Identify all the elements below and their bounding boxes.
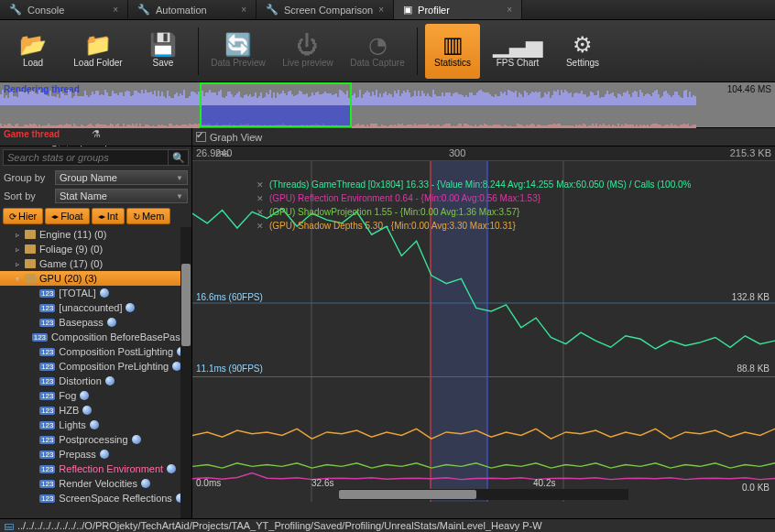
tree-item-label: Engine (11) (0) xyxy=(39,229,106,240)
tree-item-label: Reflection Environment xyxy=(59,463,163,474)
pin-icon[interactable] xyxy=(100,450,109,459)
tree-item[interactable]: ▾GPU (20) (3) xyxy=(0,271,191,286)
pin-icon[interactable] xyxy=(167,464,176,473)
pin-icon[interactable] xyxy=(132,435,141,444)
stats-browser: 🔍 Group by Group Name▼ Sort by Stat Name… xyxy=(0,147,192,518)
bars-icon: ▥ xyxy=(442,34,464,56)
tree-item[interactable]: 123Basepass xyxy=(0,315,191,330)
stats-tree[interactable]: ▹Engine (11) (0)▹Foliage (9) (0)▹Game (1… xyxy=(0,227,191,518)
disclosure-icon[interactable]: ▾ xyxy=(13,275,21,283)
remove-series-icon[interactable]: ✕ xyxy=(257,194,264,203)
live-preview-button[interactable]: ⏻Live preview xyxy=(276,24,340,79)
data-capture-button[interactable]: ◔Data Capture xyxy=(345,24,409,79)
graph-ruler: 26.9ms 240 300 215.3 KB xyxy=(192,147,775,161)
tree-item[interactable]: 123Reflection Environment xyxy=(0,461,191,476)
legend-row[interactable]: ✕(GPU) Reflection Environment 0.64 - {Mi… xyxy=(257,193,691,203)
tree-item[interactable]: 123Postprocessing xyxy=(0,432,191,447)
tab-profiler[interactable]: ▣Profiler× xyxy=(394,0,522,19)
tree-item[interactable]: 123Prepass xyxy=(0,447,191,461)
tree-item[interactable]: 123ScreenSpace Reflections xyxy=(0,491,191,505)
mem-button[interactable]: ↻Mem xyxy=(126,208,170,224)
tree-item[interactable]: 123[TOTAL] xyxy=(0,286,191,300)
pin-icon[interactable] xyxy=(80,391,89,400)
data-preview-button[interactable]: 🔄Data Preview xyxy=(206,24,270,79)
close-icon[interactable]: × xyxy=(113,5,118,15)
tree-item[interactable]: 123Composition PostLighting xyxy=(0,344,191,359)
close-icon[interactable]: × xyxy=(507,5,512,15)
tree-item[interactable]: ▹Game (17) (0) xyxy=(0,256,191,271)
timeline-selection[interactable] xyxy=(200,82,352,127)
tree-item-label: Prepass xyxy=(59,449,95,460)
save-button[interactable]: 💾Save xyxy=(136,24,191,79)
tree-item[interactable]: 123Render Velocities xyxy=(0,476,191,491)
tab-screen-comparison[interactable]: 🔧Screen Comparison× xyxy=(257,0,394,19)
hier-button[interactable]: ⟳Hier xyxy=(3,208,43,224)
graph-h-scrollbar[interactable] xyxy=(339,489,628,500)
pin-icon[interactable] xyxy=(82,406,92,415)
tree-item-label: Postprocessing xyxy=(59,434,127,445)
timeline-overview[interactable]: Rendering thread 104.46 MS Game thread 0… xyxy=(0,82,775,128)
wrench-icon: 🔧 xyxy=(266,4,278,16)
legend-row[interactable]: ✕(Threads) GameThread [0x1804] 16.33 - {… xyxy=(257,179,691,190)
folder-icon xyxy=(25,274,36,283)
legend-row[interactable]: ✕(GPU) ShadowProjection 1.55 - {Min:0.00… xyxy=(257,207,691,217)
tab-automation[interactable]: 🔧Automation× xyxy=(128,0,257,19)
stat-tag-icon: 123 xyxy=(39,392,55,400)
tree-scrollbar[interactable] xyxy=(180,227,191,518)
tree-item[interactable]: 123Composition BeforeBasePass xyxy=(0,330,191,344)
tree-item[interactable]: 123Composition PreLighting xyxy=(0,359,191,374)
disclosure-icon[interactable]: ▹ xyxy=(13,245,21,254)
wrench-icon: 🔧 xyxy=(137,4,150,16)
pin-icon[interactable] xyxy=(126,303,135,312)
remove-series-icon[interactable]: ✕ xyxy=(257,180,264,190)
search-icon[interactable]: 🔍 xyxy=(169,149,189,166)
stat-tag-icon: 123 xyxy=(39,304,55,312)
tree-item[interactable]: ▹Engine (11) (0) xyxy=(0,227,191,242)
tree-item-label: Render Velocities xyxy=(59,478,137,489)
settings-button[interactable]: ⚙Settings xyxy=(555,24,610,79)
stat-tag-icon: 123 xyxy=(39,377,55,385)
tree-item[interactable]: 123Lights xyxy=(0,418,191,432)
tree-item-label: Composition PostLighting xyxy=(59,346,173,357)
fps90-label: 11.1ms (90FPS) xyxy=(196,364,263,374)
statistics-button[interactable]: ▥Statistics xyxy=(425,24,480,79)
tree-item[interactable]: 123Distortion xyxy=(0,374,191,388)
pin-icon[interactable] xyxy=(105,376,115,385)
close-icon[interactable]: × xyxy=(241,5,246,15)
fps-chart-button[interactable]: ▁▃▅FPS Chart xyxy=(486,24,550,79)
wrench-icon: 🔧 xyxy=(9,4,22,16)
graph-view-checkbox[interactable] xyxy=(196,132,206,142)
tree-item[interactable]: 123Fog xyxy=(0,388,191,403)
tree-item-label: HZB xyxy=(59,405,79,416)
tree-item[interactable]: 123[unaccounted] xyxy=(0,300,191,315)
disclosure-icon[interactable]: ▹ xyxy=(13,231,21,239)
refresh-icon: 🔄 xyxy=(224,34,252,56)
load-folder-button[interactable]: 📁Load Folder xyxy=(66,24,130,79)
sort-by-select[interactable]: Stat Name▼ xyxy=(55,189,188,203)
close-icon[interactable]: × xyxy=(378,5,384,15)
tree-item-label: Foliage (9) (0) xyxy=(39,244,103,255)
pie-icon: ◔ xyxy=(368,34,388,56)
load-button[interactable]: 📂Load xyxy=(5,24,60,79)
float-button[interactable]: ◂▸Float xyxy=(45,208,89,224)
legend-row[interactable]: ✕(GPU) Shadow Depths 5.30 - {Min:0.00 Av… xyxy=(257,221,691,231)
pin-icon[interactable] xyxy=(107,318,116,327)
drive-icon: 🖴 xyxy=(4,520,14,531)
disclosure-icon[interactable]: ▹ xyxy=(13,260,21,268)
tab-console[interactable]: 🔧Console× xyxy=(0,0,128,19)
pin-icon[interactable] xyxy=(90,420,99,429)
remove-series-icon[interactable]: ✕ xyxy=(257,208,264,217)
search-input[interactable] xyxy=(3,149,169,166)
tree-item[interactable]: ▹Foliage (9) (0) xyxy=(0,242,191,256)
graph-view[interactable]: 26.9ms 240 300 215.3 KB ✕(Threads) GameT… xyxy=(192,147,775,518)
tree-item[interactable]: 123HZB xyxy=(0,403,191,418)
pin-icon[interactable] xyxy=(141,479,150,488)
group-by-select[interactable]: Group Name▼ xyxy=(55,170,188,185)
stat-tag-icon: 123 xyxy=(39,451,55,459)
separator xyxy=(417,27,418,75)
pin-icon[interactable] xyxy=(100,288,109,298)
remove-series-icon[interactable]: ✕ xyxy=(257,222,264,231)
graph-view-header: Graph View xyxy=(192,128,775,146)
group-by-label: Group by xyxy=(4,172,49,183)
int-button[interactable]: ◂▸Int xyxy=(92,208,125,224)
